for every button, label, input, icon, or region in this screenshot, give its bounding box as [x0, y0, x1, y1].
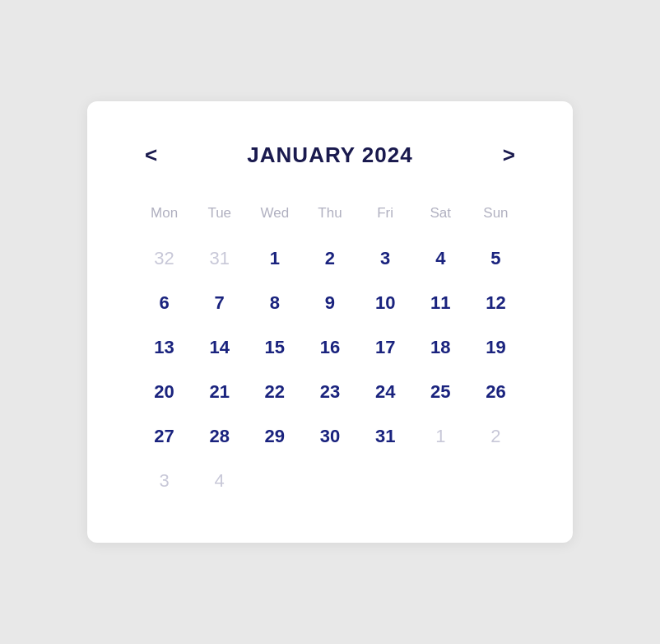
day-cell[interactable]: 2: [302, 236, 357, 281]
weekday-header: Thu: [302, 202, 357, 236]
day-cell[interactable]: 24: [358, 370, 413, 414]
calendar-header: < JANUARY 2024 >: [137, 141, 523, 169]
month-title: JANUARY 2024: [247, 142, 412, 168]
day-cell[interactable]: 1: [413, 414, 468, 459]
day-cell[interactable]: 10: [358, 281, 413, 325]
day-cell[interactable]: 5: [468, 236, 523, 281]
day-cell[interactable]: 8: [247, 281, 302, 325]
day-cell[interactable]: 4: [192, 459, 247, 503]
weekday-header: Mon: [137, 202, 192, 236]
weekday-header: Tue: [192, 202, 247, 236]
day-cell[interactable]: 23: [302, 370, 357, 414]
weekday-header: Fri: [358, 202, 413, 236]
next-month-button[interactable]: >: [495, 141, 523, 169]
day-cell[interactable]: 20: [137, 370, 192, 414]
day-cell[interactable]: 27: [137, 414, 192, 459]
day-cell[interactable]: 6: [137, 281, 192, 325]
day-cell[interactable]: 7: [192, 281, 247, 325]
day-cell[interactable]: 2: [468, 414, 523, 459]
day-cell[interactable]: 25: [413, 370, 468, 414]
day-cell[interactable]: 28: [192, 414, 247, 459]
calendar-grid: MonTueWedThuFriSatSun3231123456789101112…: [137, 202, 523, 503]
day-cell[interactable]: 4: [413, 236, 468, 281]
day-cell[interactable]: 31: [358, 414, 413, 459]
day-cell[interactable]: 1: [247, 236, 302, 281]
day-cell[interactable]: 16: [302, 325, 357, 370]
day-cell[interactable]: 21: [192, 370, 247, 414]
day-cell[interactable]: 9: [302, 281, 357, 325]
day-cell[interactable]: 3: [137, 459, 192, 503]
day-cell[interactable]: 12: [468, 281, 523, 325]
prev-month-button[interactable]: <: [137, 141, 165, 169]
day-cell[interactable]: 15: [247, 325, 302, 370]
calendar: < JANUARY 2024 > MonTueWedThuFriSatSun32…: [87, 101, 573, 543]
day-cell[interactable]: 3: [358, 236, 413, 281]
day-cell[interactable]: 19: [468, 325, 523, 370]
day-cell[interactable]: 26: [468, 370, 523, 414]
weekday-header: Sun: [468, 202, 523, 236]
day-cell[interactable]: 29: [247, 414, 302, 459]
day-cell[interactable]: 30: [302, 414, 357, 459]
day-cell[interactable]: 17: [358, 325, 413, 370]
day-cell[interactable]: 32: [137, 236, 192, 281]
day-cell[interactable]: 13: [137, 325, 192, 370]
day-cell[interactable]: 18: [413, 325, 468, 370]
weekday-header: Sat: [413, 202, 468, 236]
weekday-header: Wed: [247, 202, 302, 236]
day-cell[interactable]: 11: [413, 281, 468, 325]
day-cell[interactable]: 14: [192, 325, 247, 370]
day-cell[interactable]: 22: [247, 370, 302, 414]
day-cell[interactable]: 31: [192, 236, 247, 281]
